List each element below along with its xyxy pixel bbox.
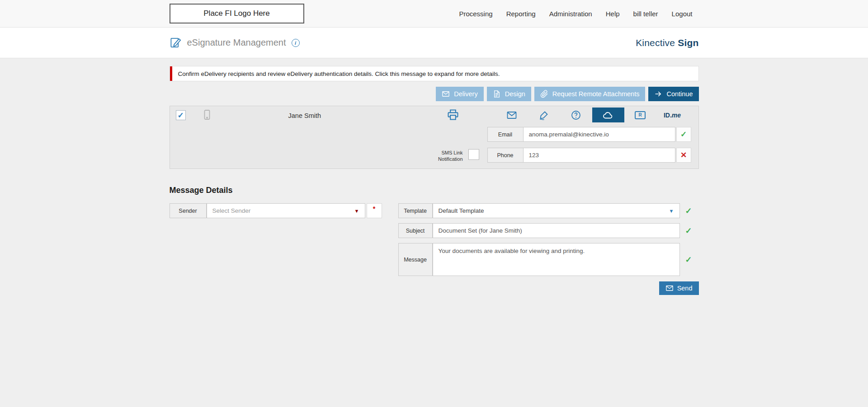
- paperclip-icon: [540, 90, 548, 98]
- idme-logo: ID.me: [664, 112, 681, 119]
- fi-logo-text: Place FI Logo Here: [203, 9, 269, 18]
- send-row: Send: [398, 281, 699, 295]
- sender-placeholder: Select Sender: [212, 207, 251, 214]
- delivery-button[interactable]: Delivery: [436, 87, 483, 101]
- kiosk-letter: R: [638, 113, 642, 117]
- phone-input[interactable]: [523, 148, 675, 163]
- action-toolbar: Delivery Design Request Remote Attachmen…: [170, 87, 699, 101]
- nav-item-logout[interactable]: Logout: [672, 10, 693, 18]
- printer-icon[interactable]: [447, 108, 459, 121]
- nav-item-reporting[interactable]: Reporting: [506, 10, 536, 18]
- message-details-heading: Message Details: [170, 186, 699, 195]
- nav-item-help[interactable]: Help: [606, 10, 620, 18]
- sender-dropdown[interactable]: Select Sender ▼: [207, 203, 365, 218]
- subject-valid-check-icon: ✓: [680, 223, 698, 238]
- continue-button[interactable]: Continue: [648, 87, 698, 101]
- subject-input[interactable]: [433, 223, 680, 238]
- nav-item-processing[interactable]: Processing: [459, 10, 492, 18]
- method-idme-icon[interactable]: ID.me: [656, 108, 689, 122]
- alert-message: Confirm eDelivery recipients and review …: [170, 70, 500, 77]
- subject-label: Subject: [398, 223, 433, 238]
- message-fields-column: Template Default Template ▼ ✓ Subject ✓ …: [398, 203, 699, 295]
- brand-logo: Kinective Sign: [636, 37, 698, 48]
- top-navigation: Processing Reporting Administration Help…: [459, 10, 692, 18]
- fi-logo-placeholder[interactable]: Place FI Logo Here: [170, 4, 304, 23]
- message-textarea[interactable]: Your documents are available for viewing…: [433, 243, 680, 276]
- phone-label: Phone: [487, 148, 524, 163]
- kiosk-screen-shape: R: [635, 111, 646, 119]
- method-security-question-icon[interactable]: [560, 108, 592, 122]
- sender-label: Sender: [170, 203, 207, 218]
- nav-item-user[interactable]: bill teller: [633, 10, 658, 18]
- alert-accent-bar: [170, 66, 172, 81]
- envelope-icon: [442, 90, 450, 98]
- page-title: eSignature Management: [187, 37, 286, 48]
- template-selected-value: Default Template: [439, 207, 484, 214]
- method-email-icon[interactable]: [496, 108, 528, 122]
- message-details-form: Sender Select Sender ▼ * Template Defaul…: [170, 203, 699, 295]
- template-valid-check-icon: ✓: [680, 203, 698, 218]
- document-icon: [493, 90, 501, 98]
- email-input[interactable]: [523, 127, 675, 142]
- arrow-right-icon: [654, 90, 662, 98]
- template-row: Template Default Template ▼ ✓: [398, 203, 699, 218]
- envelope-icon: [665, 284, 674, 292]
- message-valid-check-icon: ✓: [680, 243, 698, 276]
- sms-link-notification-checkbox[interactable]: [468, 149, 479, 160]
- send-button[interactable]: Send: [659, 281, 699, 295]
- edelivery-alert-banner[interactable]: Confirm eDelivery recipients and review …: [170, 66, 699, 81]
- esignature-document-icon: [170, 37, 182, 49]
- subject-row: Subject ✓: [398, 223, 699, 238]
- method-cloud-delivery-icon[interactable]: [592, 108, 624, 122]
- page-header: eSignature Management i Kinective Sign: [0, 28, 868, 58]
- template-label: Template: [398, 203, 433, 218]
- top-bar: Place FI Logo Here Processing Reporting …: [0, 0, 868, 28]
- request-remote-attachments-button[interactable]: Request Remote Attachments: [534, 87, 646, 101]
- chevron-down-icon: ▼: [354, 208, 359, 214]
- check-icon: ✓: [177, 111, 184, 120]
- delivery-method-toggle-group: R ID.me: [496, 108, 689, 122]
- phone-invalid-cross-icon[interactable]: ✕: [676, 148, 691, 163]
- recipient-name: Jane Smith: [288, 112, 321, 119]
- design-button[interactable]: Design: [487, 87, 531, 101]
- email-valid-check-icon: ✓: [676, 127, 691, 142]
- recipient-checkbox[interactable]: ✓: [176, 110, 186, 120]
- sms-link-notification-label: SMS Link Notification: [420, 150, 463, 163]
- message-row: Message Your documents are available for…: [398, 243, 699, 276]
- nav-item-administration[interactable]: Administration: [549, 10, 592, 18]
- info-icon[interactable]: i: [292, 39, 300, 47]
- recipient-card: ✓ Jane Smith: [170, 106, 699, 169]
- sender-required-marker: *: [367, 203, 382, 218]
- sender-row: Sender Select Sender ▼ *: [170, 203, 382, 295]
- message-label: Message: [398, 243, 433, 276]
- template-dropdown[interactable]: Default Template ▼: [433, 203, 680, 218]
- mobile-device-icon: [202, 109, 212, 120]
- chevron-down-icon: ▼: [669, 208, 674, 214]
- method-remote-kiosk-icon[interactable]: R: [624, 108, 656, 122]
- method-esign-pen-icon[interactable]: [528, 108, 560, 122]
- email-label: Email: [487, 127, 524, 142]
